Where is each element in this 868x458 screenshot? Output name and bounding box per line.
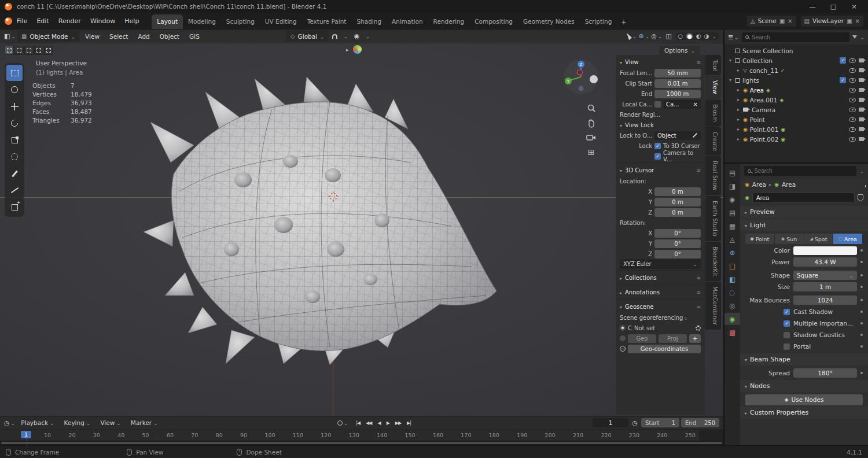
shading-wireframe-icon[interactable]: ○ <box>678 33 683 39</box>
blender-menu-icon[interactable] <box>5 17 12 25</box>
selectability-icon[interactable] <box>628 31 637 42</box>
viewport-menu-add[interactable]: Add <box>134 31 153 42</box>
sidebar-tab-blenderkit[interactable]: BlenderKit <box>705 242 721 281</box>
unlink-scene-icon[interactable]: × <box>788 18 792 24</box>
clip-end-field[interactable]: 1000 m <box>654 90 701 98</box>
sidebar-tab-matcombiner[interactable]: MatCombiner <box>705 282 721 330</box>
viewport-menu-view[interactable]: View <box>81 31 104 42</box>
light-shape-dropdown[interactable]: Square <box>793 271 857 280</box>
camera-to-view-checkbox[interactable] <box>654 153 661 160</box>
disable-render-camera-icon[interactable] <box>859 117 864 121</box>
disable-render-camera-icon[interactable] <box>859 98 864 102</box>
shading-solid-icon[interactable]: ● <box>686 33 693 39</box>
crs-settings-gear-icon[interactable] <box>696 326 701 331</box>
orientation-dropdown[interactable]: ◇ Global <box>286 31 329 42</box>
frame-start-field[interactable]: Start1 <box>641 418 679 427</box>
view-panel-header[interactable]: View <box>616 56 705 68</box>
menu-file[interactable]: File <box>12 16 32 27</box>
fake-user-shield-icon[interactable] <box>858 194 863 201</box>
select-mode-subtract-icon[interactable] <box>24 46 34 55</box>
jump-to-end-button[interactable]: ▶| <box>405 419 413 427</box>
gizmos-toggle-icon[interactable]: ⊕ <box>639 31 650 42</box>
hide-eye-icon[interactable] <box>849 88 856 93</box>
timeline-menu-keying[interactable]: Keying <box>60 418 95 427</box>
scene-selector[interactable]: ◬ Scene ▣ × <box>747 16 796 27</box>
animate-dot-icon[interactable] <box>860 322 863 324</box>
geoscene-panel-header[interactable]: Geoscene <box>616 301 705 312</box>
hide-eye-icon[interactable] <box>849 78 856 83</box>
menu-edit[interactable]: Edit <box>32 16 53 27</box>
eyedropper-icon[interactable] <box>693 133 697 138</box>
outliner-editor-type-icon[interactable]: ≣ <box>728 32 739 42</box>
cursor-rot-y-field[interactable]: 0° <box>654 239 701 248</box>
hide-eye-icon[interactable] <box>849 68 856 73</box>
next-keyframe-button[interactable]: ▶▶ <box>393 419 403 427</box>
globe-icon[interactable] <box>620 346 626 352</box>
outliner-row-area-001[interactable]: ▸◉ Area.001◈ <box>724 95 868 105</box>
view-lock-subheader[interactable]: View Lock <box>616 120 705 130</box>
local-camera-field[interactable]: Ca...× <box>663 100 701 109</box>
datablock-name-input[interactable] <box>752 193 855 203</box>
grid-radio[interactable] <box>620 335 626 341</box>
viewlayer-selector[interactable]: ▤ ViewLayer ▣ × <box>801 16 864 27</box>
animate-dot-icon[interactable] <box>860 299 863 301</box>
add-crs-button[interactable]: + <box>689 334 701 343</box>
beam-shape-panel-header[interactable]: Beam Shape <box>740 353 868 365</box>
add-cube-tool[interactable] <box>6 199 23 215</box>
light-color-swatch[interactable] <box>793 246 857 255</box>
menu-render[interactable]: Render <box>54 16 86 27</box>
grid-ortho-icon[interactable]: ⊞ <box>588 147 595 157</box>
breadcrumb-data[interactable]: Area <box>782 181 796 188</box>
disable-render-camera-icon[interactable] <box>859 88 864 92</box>
select-mode-extend-icon[interactable] <box>14 46 24 55</box>
light-type-spot[interactable]: ◢Spot <box>804 234 834 244</box>
hide-eye-icon[interactable] <box>849 108 856 112</box>
tab-constraints[interactable]: ◎ <box>725 300 740 312</box>
tab-physics[interactable]: ◌ <box>725 286 740 298</box>
light-type-sun[interactable]: ◉Sun <box>775 234 804 244</box>
outliner-row-point-002[interactable]: ▸◉ Point.002◉ <box>724 134 868 144</box>
tab-uv-editing[interactable]: UV Editing <box>260 14 302 29</box>
tab-modeling[interactable]: Modeling <box>183 14 221 29</box>
snap-options-dropdown[interactable] <box>341 31 351 42</box>
timeline-ruler[interactable]: 1 10203040506070809010011012013014015016… <box>0 429 723 441</box>
light-type-point[interactable]: ●Point <box>745 234 775 244</box>
properties-search[interactable] <box>744 166 856 176</box>
animate-dot-icon[interactable] <box>860 249 863 252</box>
cursor-rot-z-field[interactable]: 0° <box>654 250 701 258</box>
outliner-row-point[interactable]: ▸◉ Point <box>724 114 868 124</box>
cast-shadow-checkbox[interactable] <box>784 309 790 315</box>
mode-dropdown[interactable]: ▦ Object Mode <box>17 31 79 42</box>
frame-end-field[interactable]: End250 <box>681 418 719 427</box>
timeline-editor-type-icon[interactable]: ◷ <box>4 418 15 428</box>
outliner-row-scene-collection[interactable]: Scene Collection <box>724 46 868 56</box>
select-box-tool[interactable] <box>6 65 23 81</box>
hide-eye-icon[interactable] <box>849 117 856 122</box>
portal-checkbox[interactable] <box>784 344 790 350</box>
animate-dot-icon[interactable] <box>860 334 863 336</box>
cursor-panel-header[interactable]: 3D Cursor <box>616 164 705 176</box>
focal-length-field[interactable]: 50 mm <box>654 69 701 77</box>
outliner-row-collection[interactable]: ▾ Collection <box>724 56 868 65</box>
current-frame-field[interactable]: 1 <box>593 418 628 427</box>
transform-tool[interactable] <box>6 149 23 165</box>
hide-eye-icon[interactable] <box>849 98 856 102</box>
tab-object-data[interactable]: ◉ <box>724 313 740 325</box>
geo-button[interactable]: Geo <box>628 334 656 343</box>
collection-exclude-checkbox[interactable] <box>840 77 846 83</box>
viewport-menu-select[interactable]: Select <box>105 31 132 42</box>
disable-render-camera-icon[interactable] <box>859 137 864 141</box>
hide-eye-icon[interactable] <box>849 58 856 63</box>
hide-eye-icon[interactable] <box>849 127 856 132</box>
nodes-panel-header[interactable]: Nodes <box>740 380 868 392</box>
clip-start-field[interactable]: 0.01 m <box>654 79 701 88</box>
shadow-caustics-checkbox[interactable] <box>784 332 790 338</box>
outliner-row-point-001[interactable]: ▸◉ Point.001◉ <box>724 124 868 134</box>
tab-object[interactable]: □ <box>725 260 740 272</box>
custom-properties-panel-header[interactable]: Custom Properties <box>740 407 868 419</box>
select-mode-set-icon[interactable] <box>5 46 14 55</box>
options-button[interactable]: Options <box>659 46 700 55</box>
geo-coordinates-button[interactable]: Geo-coordinates <box>628 345 701 353</box>
properties-filter-dropdown[interactable] <box>859 167 864 175</box>
disable-render-camera-icon[interactable] <box>859 127 864 131</box>
